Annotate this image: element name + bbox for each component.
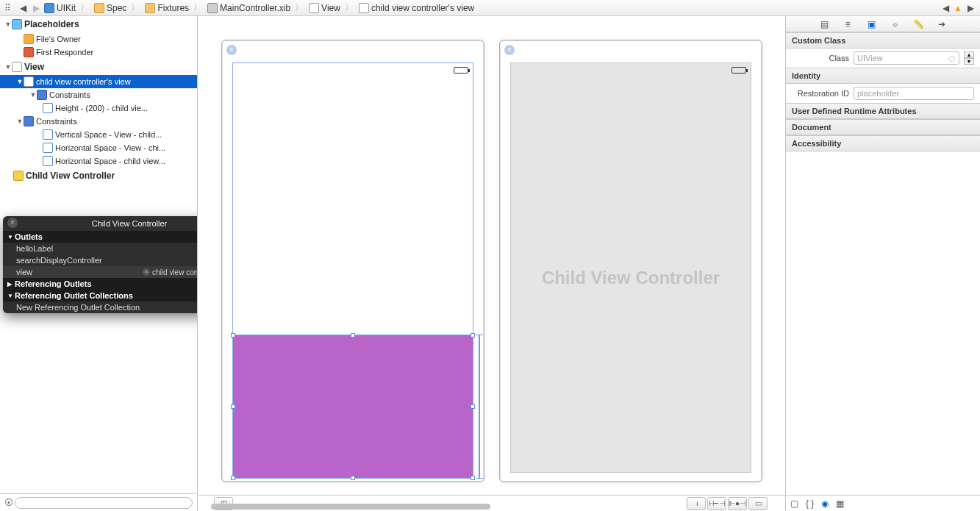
main-view[interactable]: [232, 62, 473, 473]
child-vc-group[interactable]: Child View Controller: [0, 168, 197, 184]
ref-collections-header[interactable]: ▼Referencing Outlet Collections: [3, 290, 197, 301]
device-child[interactable]: × Child View Controller: [499, 40, 762, 482]
accessibility-header[interactable]: Accessibility: [786, 135, 980, 151]
resize-handle[interactable]: [471, 333, 475, 337]
battery-icon: [732, 67, 746, 74]
jump-back-icon[interactable]: ◀: [940, 3, 951, 13]
custom-class-header[interactable]: Custom Class: [786, 32, 980, 49]
nav-forward-icon[interactable]: ▶: [31, 3, 41, 13]
crumb-childview[interactable]: child view controller's view: [359, 3, 474, 13]
jump-forward-icon[interactable]: ▶: [965, 3, 976, 13]
height-indicator: [479, 335, 480, 479]
constraints-icon: [24, 116, 34, 126]
document-outline: ▼Placeholders File's Owner First Respond…: [0, 16, 198, 511]
resize-handle[interactable]: [231, 476, 235, 480]
resize-handle[interactable]: [351, 333, 355, 337]
scene-close-icon[interactable]: ×: [504, 45, 515, 55]
identity-inspector-icon[interactable]: ▣: [865, 18, 877, 30]
restoration-field-row: Restoration ID placeholder: [786, 84, 980, 103]
ref-outlets-header[interactable]: ▶Referencing Outlets: [3, 278, 197, 290]
resize-handle[interactable]: [231, 333, 235, 337]
constraints-row-2[interactable]: ▼Constraints: [0, 115, 197, 128]
hspace-constraint-2[interactable]: Horizontal Space - child view...: [0, 154, 197, 168]
inspector-panel: ▤ ≡ ▣ ⟐ 📏 ➜ Custom Class Class UIView◌ ▲…: [786, 16, 980, 511]
class-input[interactable]: UIView◌: [854, 51, 959, 65]
vspace-constraint[interactable]: Vertical Space - View - child...: [0, 128, 197, 141]
statusbar: [233, 63, 473, 76]
constraints-icon: [37, 90, 47, 100]
object-library-icon[interactable]: ◉: [821, 499, 829, 509]
outlet-hellolabel[interactable]: helloLabel: [3, 243, 197, 254]
statusbar: [511, 63, 751, 76]
breadcrumb-bar: ⠿ ◀ ▶ UIKit〉 Spec〉 Fixtures〉 MainControl…: [0, 0, 980, 16]
file-inspector-icon[interactable]: ▤: [818, 18, 830, 30]
constraint-icon: [43, 143, 53, 153]
udra-header[interactable]: User Defined Runtime Attributes: [786, 103, 980, 119]
outlet-sdc[interactable]: searchDisplayController: [3, 254, 197, 266]
connections-popup: ×Child View Controller ▼Outlets helloLab…: [3, 216, 197, 313]
crumb-fixtures[interactable]: Fixtures〉: [145, 1, 204, 14]
outlet-view[interactable]: view×child view controller's view: [3, 266, 197, 278]
warning-icon[interactable]: ▲: [954, 3, 962, 13]
files-owner[interactable]: File's Owner: [0, 32, 197, 46]
crumb-uikit[interactable]: UIKit〉: [44, 1, 91, 14]
child-view-row[interactable]: ▼child view controller's view: [0, 75, 197, 88]
viewcontroller-icon: [13, 171, 24, 181]
close-icon[interactable]: ×: [7, 218, 18, 228]
disconnect-icon[interactable]: ×: [143, 268, 150, 276]
crumb-spec[interactable]: Spec〉: [94, 1, 142, 14]
view-icon: [12, 62, 22, 72]
library-tabs: ▢ { } ◉ ▦: [786, 495, 980, 511]
resize-handle[interactable]: [471, 476, 475, 480]
view-group[interactable]: ▼View: [0, 59, 197, 75]
view-icon: [24, 76, 34, 87]
document-header[interactable]: Document: [786, 119, 980, 135]
first-responder[interactable]: First Responder: [0, 46, 197, 59]
resize-handle[interactable]: [231, 404, 235, 409]
file-template-icon[interactable]: ▢: [790, 499, 798, 509]
crumb-view[interactable]: View〉: [309, 1, 356, 14]
responder-icon: [24, 47, 34, 57]
crumb-xib[interactable]: MainController.xib〉: [207, 1, 306, 14]
identity-header[interactable]: Identity: [786, 68, 980, 84]
class-stepper[interactable]: ▲▼: [964, 51, 974, 65]
code-snippet-icon[interactable]: { }: [806, 499, 814, 509]
nav-back-icon[interactable]: ◀: [18, 3, 28, 13]
constraint-icon: [43, 156, 53, 166]
filter-input[interactable]: [15, 497, 193, 509]
horizontal-scrollbar[interactable]: [211, 504, 772, 510]
class-label: Class: [792, 54, 849, 62]
cube-icon: [24, 34, 34, 44]
new-ref-collection[interactable]: New Referencing Outlet Collection: [3, 301, 197, 313]
quickhelp-inspector-icon[interactable]: ≡: [842, 18, 854, 30]
battery-icon: [454, 67, 468, 74]
connections-inspector-icon[interactable]: ➜: [936, 18, 948, 30]
resize-handle[interactable]: [471, 404, 475, 409]
constraint-icon: [43, 103, 53, 113]
constraints-row-1[interactable]: ▼Constraints: [0, 88, 197, 101]
outlets-header[interactable]: ▼Outlets: [3, 231, 197, 243]
child-vc-view[interactable]: Child View Controller: [510, 62, 751, 473]
canvas[interactable]: × × Child View Controller: [198, 16, 786, 511]
size-inspector-icon[interactable]: 📏: [912, 18, 924, 30]
height-constraint-row[interactable]: Height - (200) - child vie...: [0, 101, 197, 115]
dropdown-icon[interactable]: ◌: [948, 54, 956, 63]
placeholder-label: Child View Controller: [511, 268, 751, 288]
outline-filter-bar: ⦿: [0, 493, 197, 511]
related-items-icon[interactable]: ⠿: [4, 3, 15, 13]
scene-close-icon[interactable]: ×: [226, 45, 237, 55]
resize-handle[interactable]: [351, 476, 355, 480]
device-main[interactable]: ×: [221, 40, 484, 482]
attributes-inspector-icon[interactable]: ⟐: [889, 18, 901, 30]
popup-titlebar[interactable]: ×Child View Controller: [3, 216, 197, 231]
placeholders-group[interactable]: ▼Placeholders: [0, 16, 197, 32]
media-library-icon[interactable]: ▦: [836, 499, 844, 509]
selected-child-view[interactable]: [232, 335, 473, 479]
restoration-input[interactable]: placeholder: [854, 87, 974, 100]
inspector-tabs: ▤ ≡ ▣ ⟐ 📏 ➜: [786, 16, 980, 32]
filter-icon[interactable]: ⦿: [4, 498, 15, 508]
class-field-row: Class UIView◌ ▲▼: [786, 49, 980, 68]
hspace-constraint-1[interactable]: Horizontal Space - View - chi...: [0, 141, 197, 154]
restoration-label: Restoration ID: [792, 89, 849, 98]
scrollbar-thumb[interactable]: [211, 504, 490, 510]
